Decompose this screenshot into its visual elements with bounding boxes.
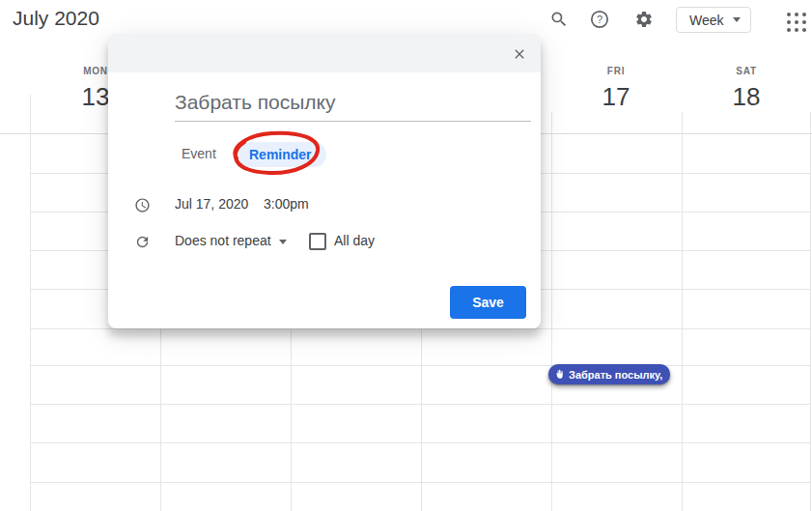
reminder-chip[interactable]: Забрать посылку,: [548, 364, 670, 384]
time-field[interactable]: 3:00pm: [264, 196, 309, 212]
chevron-down-icon[interactable]: [279, 240, 287, 244]
day-header-fri[interactable]: FRI 17: [573, 66, 659, 112]
view-selector-week[interactable]: Week: [676, 7, 751, 33]
svg-text:?: ?: [597, 14, 602, 25]
close-icon: [512, 48, 527, 65]
day-label: SAT: [703, 66, 790, 76]
view-selector-label: Week: [689, 13, 724, 28]
save-button[interactable]: Save: [450, 286, 526, 319]
help-icon: ?: [590, 10, 609, 32]
tab-reminder-label: Reminder: [249, 147, 312, 162]
day-number[interactable]: 18: [703, 82, 790, 112]
dialog-drag-bar[interactable]: [108, 34, 541, 72]
clock-icon: [134, 197, 151, 217]
day-header-sat[interactable]: SAT 18: [703, 66, 790, 112]
tab-reminder[interactable]: Reminder: [235, 142, 326, 167]
repeat-icon: [134, 234, 151, 254]
event-create-dialog: Event Reminder Jul 17, 2020 3:00pm Does …: [108, 34, 541, 328]
close-button[interactable]: [512, 46, 527, 62]
day-label: FRI: [573, 66, 659, 76]
reminder-chip-label: Забрать посылку,: [569, 369, 662, 381]
time-gutter-line: [30, 95, 31, 511]
gear-icon: [634, 10, 654, 32]
settings-button[interactable]: [634, 11, 654, 30]
all-day-checkbox[interactable]: [309, 233, 326, 250]
title-underline: [175, 121, 531, 122]
repeat-dropdown[interactable]: Does not repeat: [175, 233, 271, 248]
search-icon: [549, 10, 569, 32]
tab-event[interactable]: Event: [182, 146, 216, 161]
google-calendar-week-view: July 2020 ? Week MON 13 FRI 17 SAT: [0, 0, 812, 511]
apps-grid-icon[interactable]: [787, 13, 806, 32]
chevron-down-icon: [733, 17, 741, 22]
search-button[interactable]: [549, 11, 569, 30]
page-title: July 2020: [13, 7, 99, 30]
date-field[interactable]: Jul 17, 2020: [175, 196, 248, 212]
event-title-input[interactable]: [175, 91, 532, 114]
day-number[interactable]: 17: [573, 82, 659, 112]
all-day-label: All day: [334, 233, 375, 248]
reminder-hand-icon: [554, 369, 565, 380]
help-button[interactable]: ?: [590, 11, 609, 30]
